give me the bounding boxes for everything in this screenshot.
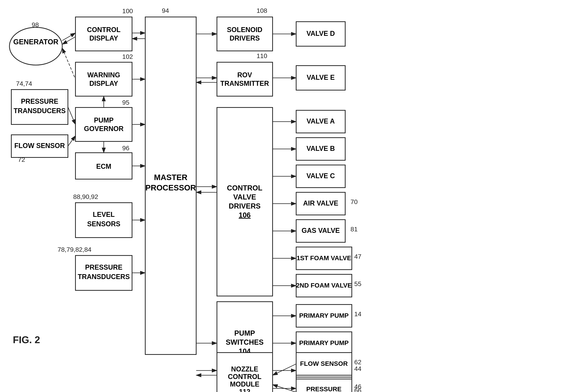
svg-text:VALVE: VALVE [233,193,256,201]
svg-text:DRIVERS: DRIVERS [229,202,261,210]
svg-text:PUMP: PUMP [94,116,114,124]
svg-text:SOLENOID: SOLENOID [227,26,262,34]
svg-text:1ST FOAM VALVE: 1ST FOAM VALVE [297,254,351,262]
svg-text:VALVE E: VALVE E [307,73,335,81]
svg-text:100: 100 [122,7,133,14]
svg-text:95: 95 [122,99,129,106]
svg-text:PRIMARY PUMP: PRIMARY PUMP [299,339,349,346]
svg-text:VALVE D: VALVE D [307,30,335,37]
svg-text:47: 47 [354,253,361,260]
svg-text:CONTROL: CONTROL [227,184,262,192]
svg-text:112: 112 [239,388,250,392]
svg-text:14: 14 [354,310,361,318]
svg-text:TRANSDUCERS: TRANSDUCERS [78,273,130,280]
svg-text:81: 81 [350,225,358,233]
svg-text:GENERATOR: GENERATOR [13,38,58,46]
svg-rect-69 [217,17,272,51]
svg-text:CONTROL: CONTROL [87,26,121,34]
svg-text:55: 55 [354,280,361,287]
svg-rect-75 [217,108,272,296]
svg-text:PUMP: PUMP [234,329,255,337]
svg-text:AIR VALVE: AIR VALVE [303,199,338,207]
svg-text:PRESSURE: PRESSURE [306,385,342,392]
svg-rect-44 [75,17,132,51]
svg-text:PRESSURE: PRESSURE [21,98,58,105]
svg-rect-50 [75,108,132,141]
svg-text:88,90,92: 88,90,92 [73,193,98,200]
svg-text:66: 66 [354,387,361,392]
svg-text:ECM: ECM [96,163,111,170]
svg-text:WARNING: WARNING [87,71,120,79]
svg-rect-72 [217,62,272,96]
svg-text:96: 96 [122,144,129,152]
svg-point-42 [9,27,62,65]
svg-text:74,74: 74,74 [16,80,32,87]
svg-text:2ND FOAM VALVE: 2ND FOAM VALVE [296,282,352,289]
svg-rect-47 [75,62,132,96]
svg-text:GAS VALVE: GAS VALVE [302,227,340,234]
svg-text:SENSORS: SENSORS [87,220,120,228]
svg-text:CONTROL: CONTROL [228,373,261,380]
svg-text:110: 110 [257,52,267,59]
svg-text:VALVE B: VALVE B [307,145,335,152]
svg-text:108: 108 [257,7,267,14]
svg-text:VALVE A: VALVE A [307,117,335,125]
svg-text:DRIVERS: DRIVERS [229,34,260,42]
svg-text:78,79,82,84: 78,79,82,84 [57,246,91,253]
svg-text:44: 44 [354,365,361,372]
svg-text:DISPLAY: DISPLAY [89,80,118,87]
svg-text:70: 70 [350,198,358,205]
svg-text:PRIMARY PUMP: PRIMARY PUMP [299,312,349,319]
svg-text:MASTER: MASTER [154,173,187,182]
svg-text:TRANSDUCERS: TRANSDUCERS [14,107,66,115]
svg-text:102: 102 [122,53,133,60]
svg-text:MODULE: MODULE [230,380,259,388]
svg-text:94: 94 [162,7,169,14]
svg-text:FLOW SENSOR: FLOW SENSOR [300,360,348,367]
svg-text:SWITCHES: SWITCHES [226,338,264,346]
svg-text:TRANSMITTER: TRANSMITTER [220,80,269,87]
svg-text:DISPLAY: DISPLAY [89,34,118,42]
svg-text:PROCESSOR: PROCESSOR [145,183,196,192]
svg-text:106: 106 [239,211,251,219]
svg-text:GOVERNOR: GOVERNOR [84,125,124,133]
svg-text:LEVEL: LEVEL [93,210,115,218]
svg-text:62: 62 [354,358,361,366]
svg-text:FLOW SENSOR: FLOW SENSOR [14,142,65,150]
svg-text:98: 98 [32,21,39,28]
svg-text:PRESSURE: PRESSURE [85,263,122,271]
svg-text:NOZZLE: NOZZLE [231,365,258,373]
svg-text:VALVE C: VALVE C [307,172,335,180]
svg-text:FIG. 2: FIG. 2 [13,334,40,345]
svg-text:72: 72 [18,156,25,163]
svg-text:ROV: ROV [237,71,252,79]
